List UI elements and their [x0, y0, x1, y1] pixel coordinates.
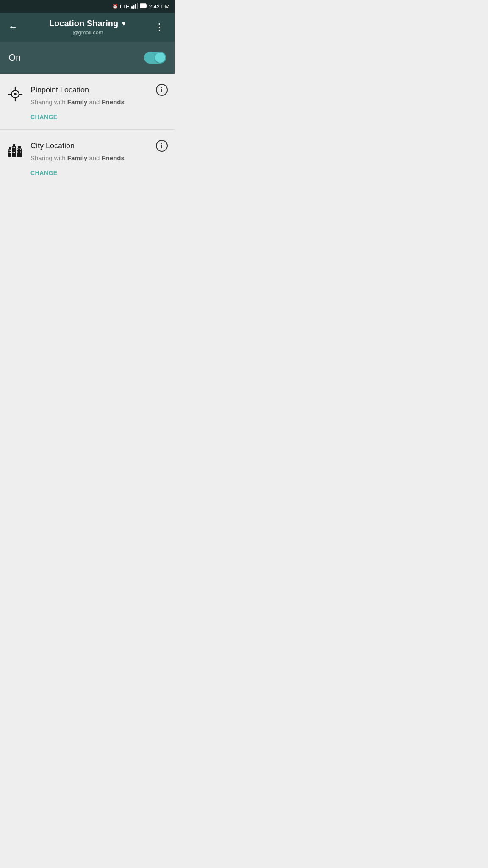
pinpoint-sharing-middle: and	[87, 98, 101, 106]
city-title-row: City Location i	[30, 140, 168, 152]
svg-point-7	[14, 93, 16, 95]
city-icon-area	[7, 142, 24, 159]
pinpoint-location-icon	[7, 86, 24, 103]
pinpoint-title-row: Pinpoint Location i	[30, 84, 168, 96]
svg-rect-29	[19, 149, 19, 150]
toolbar-title-row: Location Sharing ▼	[49, 19, 127, 28]
toggle-track	[144, 52, 166, 64]
account-subtitle: @gmail.com	[72, 29, 103, 36]
svg-rect-23	[14, 147, 15, 148]
city-location-icon	[7, 142, 24, 159]
svg-rect-27	[14, 152, 15, 153]
svg-rect-30	[20, 149, 21, 150]
pinpoint-sharing-prefix: Sharing with	[30, 98, 67, 106]
status-icons: ⏰ LTE 2:42 PM	[112, 3, 169, 10]
alarm-icon: ⏰	[112, 4, 118, 9]
pinpoint-change-button[interactable]: CHANGE	[30, 114, 58, 120]
more-menu-button[interactable]: ⋮	[151, 20, 168, 34]
svg-rect-33	[20, 152, 21, 153]
city-sharing-group1: Family	[67, 154, 88, 161]
toolbar-title-area: Location Sharing ▼ @gmail.com	[49, 19, 127, 36]
svg-rect-24	[13, 150, 14, 150]
back-button[interactable]: ←	[7, 20, 19, 34]
city-location-title: City Location	[30, 142, 75, 150]
city-sharing-text: Sharing with Family and Friends	[30, 154, 168, 161]
dropdown-arrow-icon[interactable]: ▼	[121, 20, 127, 27]
toolbar: ← Location Sharing ▼ @gmail.com ⋮	[0, 13, 175, 42]
status-bar: ⏰ LTE 2:42 PM	[0, 0, 175, 13]
svg-rect-22	[13, 147, 14, 148]
city-sharing-middle: and	[87, 154, 101, 161]
svg-rect-5	[146, 5, 147, 7]
svg-rect-28	[17, 149, 18, 150]
svg-rect-25	[14, 150, 15, 150]
svg-rect-20	[9, 152, 10, 153]
svg-rect-26	[13, 152, 14, 153]
svg-rect-4	[140, 4, 146, 8]
city-info-button[interactable]: i	[156, 140, 168, 152]
svg-rect-17	[18, 146, 21, 148]
city-location-item: City Location i Sharing with Family and …	[0, 130, 175, 185]
lte-label: LTE	[120, 3, 130, 10]
time-display: 2:42 PM	[149, 3, 169, 10]
signal-icon	[131, 3, 138, 10]
pinpoint-location-title: Pinpoint Location	[30, 86, 89, 95]
pinpoint-sharing-group1: Family	[67, 98, 88, 106]
svg-rect-0	[131, 6, 133, 9]
svg-rect-1	[133, 5, 134, 9]
pinpoint-info-button[interactable]: i	[156, 84, 168, 96]
svg-rect-21	[10, 152, 11, 153]
pinpoint-location-body: Pinpoint Location i Sharing with Family …	[30, 84, 168, 121]
city-location-body: City Location i Sharing with Family and …	[30, 140, 168, 177]
city-sharing-prefix: Sharing with	[30, 154, 67, 161]
pinpoint-sharing-text: Sharing with Family and Friends	[30, 98, 168, 106]
pinpoint-location-item: Pinpoint Location i Sharing with Family …	[0, 74, 175, 130]
svg-rect-15	[13, 144, 15, 146]
toolbar-right: ⋮	[151, 20, 168, 34]
toggle-label: On	[8, 52, 21, 63]
toolbar-left: ←	[7, 20, 25, 34]
pinpoint-sharing-group2: Friends	[102, 98, 125, 106]
toggle-section: On	[0, 42, 175, 74]
city-change-button[interactable]: CHANGE	[30, 170, 58, 176]
svg-rect-31	[17, 152, 18, 153]
svg-rect-13	[9, 147, 11, 149]
svg-rect-3	[137, 3, 138, 9]
svg-rect-19	[10, 150, 11, 151]
battery-icon	[140, 3, 147, 9]
content-area: Pinpoint Location i Sharing with Family …	[0, 74, 175, 185]
location-sharing-toggle[interactable]	[144, 52, 166, 64]
pinpoint-icon-area	[7, 86, 24, 103]
svg-rect-2	[135, 4, 136, 9]
city-sharing-group2: Friends	[102, 154, 125, 161]
svg-rect-32	[19, 152, 19, 153]
page-title: Location Sharing	[49, 19, 118, 28]
svg-rect-18	[9, 150, 10, 151]
toggle-thumb	[155, 53, 165, 63]
